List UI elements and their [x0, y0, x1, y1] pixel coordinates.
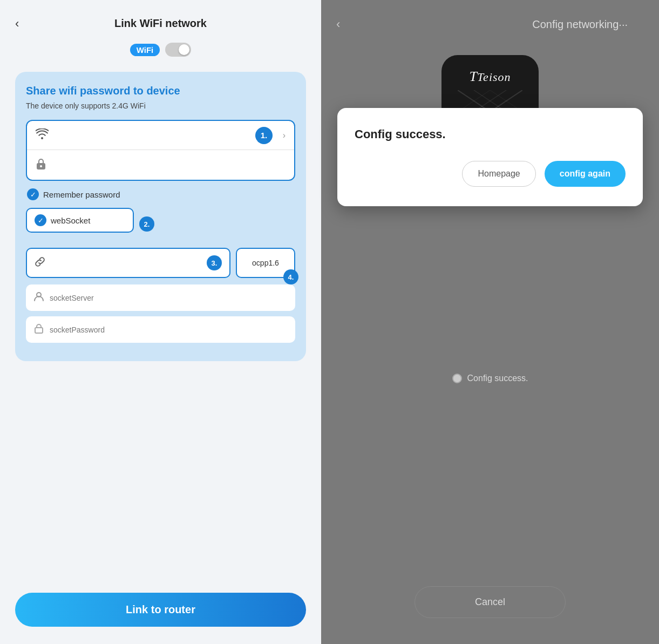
user-icon	[33, 291, 44, 304]
left-back-button[interactable]: ‹	[15, 17, 19, 31]
card-title: Share wifi password to device	[26, 85, 295, 97]
left-header: ‹ Link WiFi network	[15, 17, 306, 30]
wifi-network-row[interactable]: › 1.	[27, 121, 294, 150]
remember-label: Remember password	[43, 190, 120, 199]
config-again-button[interactable]: config again	[545, 161, 626, 187]
svg-point-1	[40, 165, 42, 167]
url-box[interactable]: 3.	[26, 248, 230, 278]
config-status-text: Config success.	[467, 374, 528, 383]
left-page-title: Link WiFi network	[114, 17, 207, 30]
socket-lock-icon	[33, 323, 44, 336]
wifi-password-box: › 1.	[26, 120, 295, 181]
wifi-password-row[interactable]	[27, 150, 294, 180]
remember-check-icon: ✓	[27, 188, 39, 200]
wifi-toggle-label: WiFi	[130, 44, 160, 56]
wifi-toggle-switch[interactable]	[165, 43, 191, 57]
socket-server-row[interactable]	[26, 284, 295, 311]
websocket-label: webSocket	[51, 216, 90, 225]
config-success-modal: Config success. Homepage config again	[337, 108, 643, 206]
step-2-badge: 2.	[139, 216, 154, 232]
link-to-router-button[interactable]: Link to router	[15, 593, 306, 627]
right-panel: ‹ Config networking··· TTeison	[321, 0, 659, 644]
homepage-button[interactable]: Homepage	[462, 161, 535, 187]
cancel-button[interactable]: Cancel	[415, 586, 566, 618]
wifi-chevron-icon: ›	[283, 131, 286, 140]
wifi-icon	[36, 128, 49, 142]
svg-rect-3	[35, 328, 43, 333]
ocpp-box[interactable]: ocpp1.6 4.	[236, 248, 295, 278]
wifi-network-input[interactable]	[55, 131, 283, 140]
url-input[interactable]	[51, 259, 201, 267]
url-ocpp-row: 3. ocpp1.6 4.	[26, 248, 295, 278]
socket-password-input[interactable]	[50, 326, 288, 334]
step-1-badge: 1.	[255, 127, 273, 144]
ocpp-label: ocpp1.6	[252, 259, 279, 267]
config-status-row: Config success.	[452, 374, 528, 383]
config-title: Config networking···	[532, 18, 628, 31]
card-subtitle: The device only supports 2.4G WiFi	[26, 101, 295, 110]
wifi-toggle-row: WiFi	[130, 43, 192, 57]
websocket-row[interactable]: ✓ webSocket	[26, 208, 134, 233]
right-back-button[interactable]: ‹	[336, 17, 340, 31]
left-panel: ‹ Link WiFi network WiFi Share wifi pass…	[0, 0, 321, 644]
modal-title: Config success.	[355, 127, 626, 141]
remember-password-row[interactable]: ✓ Remember password	[26, 188, 295, 200]
socket-password-row[interactable]	[26, 316, 295, 343]
wifi-card: Share wifi password to device The device…	[15, 72, 306, 361]
right-header: ‹ Config networking···	[336, 17, 644, 31]
websocket-check-icon: ✓	[35, 214, 46, 226]
modal-buttons: Homepage config again	[355, 161, 626, 187]
step-3-badge: 3.	[207, 255, 222, 270]
wifi-password-input[interactable]	[53, 160, 286, 170]
socket-server-input[interactable]	[50, 294, 288, 302]
lock-icon	[36, 158, 46, 172]
device-brand: TTeison	[469, 69, 511, 85]
step-4-badge: 4.	[283, 269, 298, 284]
status-dot	[452, 374, 462, 383]
link-icon	[35, 256, 45, 270]
